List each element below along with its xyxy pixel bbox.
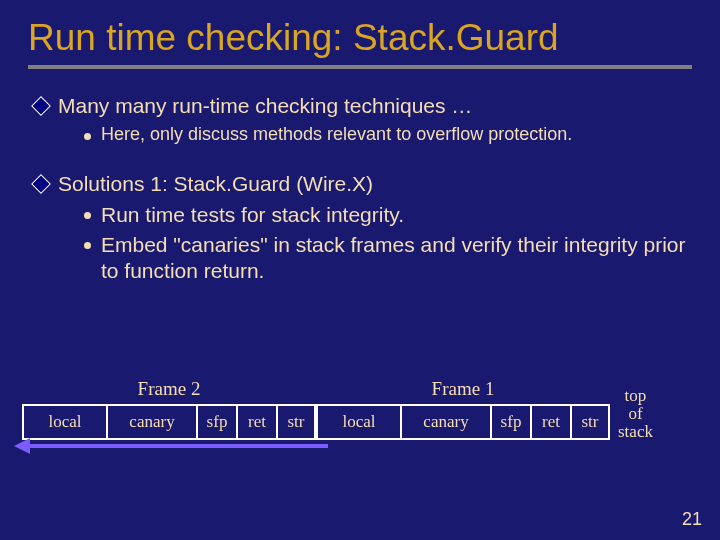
slide-content: Many many run-time checking techniques …… [28,93,692,285]
cell-text: str [582,412,599,432]
bullet-level1: Many many run-time checking techniques … [34,93,692,119]
cell-local: local [316,404,400,440]
bullet-text: Many many run-time checking techniques … [58,93,472,119]
cell-text: ret [248,412,266,432]
cell-sfp: sfp [490,404,530,440]
bullet-text: Here, only discuss methods relevant to o… [101,123,572,146]
frame-2: Frame 2 local canary sfp ret str [22,378,316,440]
cell-str: str [276,404,316,440]
bullet-level2: Run time tests for stack integrity. [84,202,692,228]
cell-ret: ret [236,404,276,440]
stack-diagram: Frame 2 local canary sfp ret str Frame 1… [22,378,698,440]
cell-text: sfp [501,412,522,432]
frame-1: Frame 1 local canary sfp ret str [316,378,610,440]
bullet-level2: Embed "canaries" in stack frames and ver… [84,232,692,285]
cell-canary: canary [106,404,196,440]
title-rule [28,65,692,69]
tos-line: stack [618,423,653,441]
cell-ret: ret [530,404,570,440]
tos-line: top [618,387,653,405]
dot-icon [84,242,91,249]
dot-icon [84,133,91,140]
cell-sfp: sfp [196,404,236,440]
cell-canary: canary [400,404,490,440]
bullet-level2: Here, only discuss methods relevant to o… [84,123,692,146]
cell-text: canary [129,412,174,432]
cell-text: ret [542,412,560,432]
frame-label: Frame 2 [138,378,201,400]
cell-text: local [48,412,81,432]
diamond-icon [31,175,51,195]
cell-text: local [342,412,375,432]
arrow-left-icon [28,444,328,448]
cell-text: sfp [207,412,228,432]
bullet-text: Run time tests for stack integrity. [101,202,404,228]
bullet-text: Solutions 1: Stack.Guard (Wire.X) [58,171,373,197]
bullet-text: Embed "canaries" in stack frames and ver… [101,232,692,285]
tos-line: of [618,405,653,423]
frame-label: Frame 1 [432,378,495,400]
dot-icon [84,212,91,219]
page-number: 21 [682,509,702,530]
cell-local: local [22,404,106,440]
top-of-stack-label: top of stack [618,387,653,441]
diamond-icon [31,96,51,116]
cell-text: str [288,412,305,432]
cell-text: canary [423,412,468,432]
slide-title: Run time checking: Stack.Guard [28,18,692,59]
cell-str: str [570,404,610,440]
bullet-level1: Solutions 1: Stack.Guard (Wire.X) [34,171,692,197]
